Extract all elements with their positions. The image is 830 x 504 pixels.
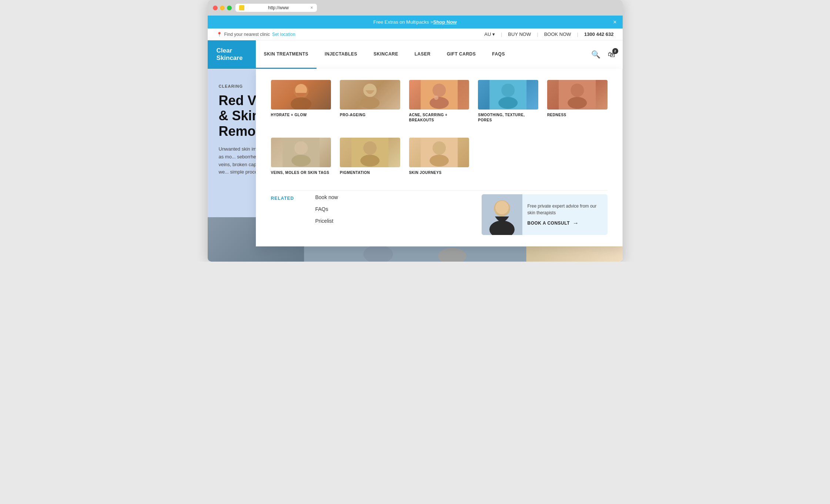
related-link-book-now[interactable]: Book now (315, 194, 338, 200)
nav-item-gift-cards[interactable]: GIFT CARDS (439, 40, 484, 69)
related-link-faqs[interactable]: FAQs (315, 206, 338, 212)
menu-item-label-pigmentation: PIGMENTATION (340, 170, 400, 175)
svg-point-1 (291, 97, 311, 110)
announcement-close-icon[interactable]: × (613, 19, 616, 26)
location-icon: 📍 (217, 32, 222, 37)
menu-grid-row2: VEINS, MOLES OR SKIN TAGS PIGMENTATION (271, 138, 608, 175)
maximize-dot[interactable] (227, 6, 232, 10)
nav-item-laser[interactable]: LASER (406, 40, 439, 69)
browser-window: http://www × Free Extras on Multipacks >… (208, 0, 623, 262)
menu-item-img-pigmentation (340, 138, 400, 167)
svg-point-11 (499, 97, 518, 109)
address-bar[interactable]: http://www × (235, 4, 317, 12)
menu-item-label-veins: VEINS, MOLES OR SKIN TAGS (271, 170, 331, 175)
nav-item-faqs[interactable]: FAQS (484, 40, 513, 69)
menu-item-smoothing[interactable]: SMOOTHING, TEXTURE, PORES (478, 80, 538, 123)
menu-item-img-redness (547, 80, 608, 110)
window-controls (213, 6, 232, 10)
utility-bar: 📍 Find your nearest clinic Set location … (208, 28, 623, 40)
logo[interactable]: Clear Skincare (208, 40, 256, 69)
svg-point-17 (291, 155, 311, 167)
announcement-bar: Free Extras on Multipacks > Shop Now × (208, 16, 623, 28)
consult-card: Free private expert advice from our skin… (482, 194, 608, 235)
svg-point-27 (495, 201, 509, 214)
svg-point-22 (432, 141, 446, 155)
divider2: | (537, 31, 538, 37)
menu-item-hydrate[interactable]: HYDRATE + GLOW (271, 80, 331, 123)
menu-item-img-hydrate (271, 80, 331, 110)
region-selector[interactable]: AU ▾ (484, 31, 495, 37)
svg-point-6 (432, 84, 446, 97)
close-button[interactable]: × (310, 5, 313, 10)
related-label: RELATED (271, 194, 301, 201)
menu-item-img-acne (409, 80, 469, 110)
related-link-pricelist[interactable]: Pricelist (315, 218, 338, 224)
menu-item-pigmentation[interactable]: PIGMENTATION (340, 138, 400, 175)
buy-now-link[interactable]: BUY NOW (508, 31, 531, 37)
favicon (239, 5, 244, 10)
svg-point-4 (360, 97, 379, 109)
menu-item-label-redness: REDNESS (547, 112, 608, 118)
menu-item-label-proageing: PRO-AGEING (340, 112, 400, 118)
svg-point-10 (502, 84, 515, 97)
url-text: http://www (268, 5, 289, 10)
set-location-link[interactable]: Set location (272, 32, 295, 37)
menu-item-label-smoothing: SMOOTHING, TEXTURE, PORES (478, 112, 538, 123)
svg-point-14 (568, 97, 587, 109)
main-header: Clear Skincare SKIN TREATMENTS INJECTABL… (208, 40, 623, 69)
menu-item-redness[interactable]: REDNESS (547, 80, 608, 123)
website-content: Free Extras on Multipacks > Shop Now × 📍… (208, 16, 623, 262)
menu-item-label-hydrate: HYDRATE + GLOW (271, 112, 331, 118)
browser-titlebar: http://www × (208, 0, 623, 16)
menu-item-veins[interactable]: VEINS, MOLES OR SKIN TAGS (271, 138, 331, 175)
minimize-dot[interactable] (220, 6, 225, 10)
nav-item-injectables[interactable]: INJECTABLES (317, 40, 365, 69)
book-now-link[interactable]: BOOK NOW (544, 31, 571, 37)
cart-badge: 2 (612, 48, 618, 54)
cart-icon-wrapper[interactable]: 🛍 2 (608, 50, 615, 59)
menu-item-proageing[interactable]: PRO-AGEING (340, 80, 400, 123)
divider3: | (577, 31, 578, 37)
location-prefix: Find your nearest clinic (224, 32, 270, 37)
menu-item-img-smoothing (478, 80, 538, 110)
utility-left: 📍 Find your nearest clinic Set location (217, 32, 295, 37)
consult-therapist-image (482, 194, 522, 235)
menu-item-img-journeys (409, 138, 469, 167)
main-navigation: SKIN TREATMENTS INJECTABLES SKINCARE LAS… (256, 40, 623, 69)
menu-grid-row1: HYDRATE + GLOW PRO-AGEING (271, 80, 608, 123)
menu-item-img-veins (271, 138, 331, 167)
close-dot[interactable] (213, 6, 218, 10)
header-icons: 🔍 🛍 2 (584, 40, 623, 69)
menu-item-img-proageing (340, 80, 400, 110)
chevron-down-icon: ▾ (492, 31, 495, 37)
menu-bottom: RELATED Book now FAQs Pricelist (271, 190, 608, 235)
svg-point-19 (363, 141, 376, 155)
consult-text: Free private expert advice from our skin… (522, 197, 608, 232)
svg-point-8 (434, 95, 438, 100)
arrow-icon: → (573, 220, 579, 226)
svg-point-16 (294, 141, 308, 155)
svg-point-13 (570, 84, 584, 97)
utility-right: AU ▾ | BUY NOW | BOOK NOW | 1300 442 632 (484, 31, 613, 37)
search-icon[interactable]: 🔍 (591, 50, 600, 59)
svg-point-7 (429, 97, 449, 109)
consult-description: Free private expert advice from our skin… (528, 203, 602, 216)
announcement-link[interactable]: Shop Now (433, 19, 457, 25)
consult-cta-button[interactable]: BOOK A CONSULT → (528, 220, 602, 226)
nav-item-skincare[interactable]: SKINCARE (365, 40, 406, 69)
menu-item-label-acne: ACNE, SCARRING + BREAKOUTS (409, 112, 469, 123)
announcement-text: Free Extras on Multipacks > (373, 19, 433, 25)
mega-menu: HYDRATE + GLOW PRO-AGEING (256, 69, 623, 246)
svg-point-20 (360, 155, 379, 167)
svg-rect-33 (304, 247, 526, 262)
menu-item-acne[interactable]: ACNE, SCARRING + BREAKOUTS (409, 80, 469, 123)
phone-number[interactable]: 1300 442 632 (584, 31, 614, 37)
svg-point-23 (429, 155, 449, 167)
menu-item-label-journeys: SKIN JOURNEYS (409, 170, 469, 175)
divider1: | (501, 31, 502, 37)
menu-item-journeys[interactable]: SKIN JOURNEYS (409, 138, 469, 175)
related-links: Book now FAQs Pricelist (315, 194, 338, 224)
logo-text: Clear Skincare (217, 47, 243, 62)
nav-item-skin-treatments[interactable]: SKIN TREATMENTS (256, 40, 317, 69)
